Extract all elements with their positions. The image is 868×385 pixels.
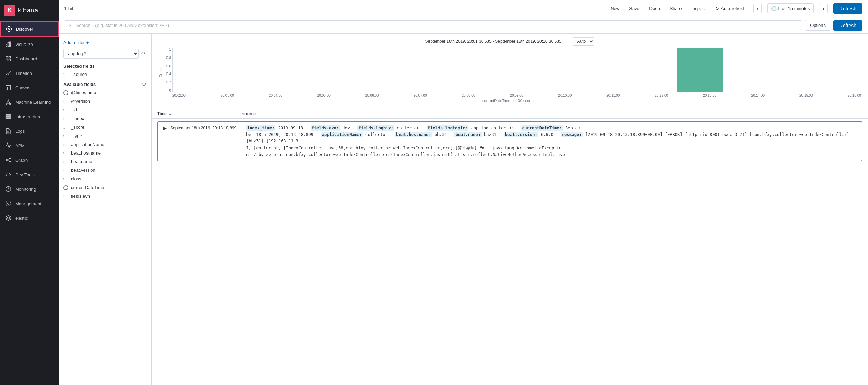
field-type-t-index: t	[63, 117, 68, 121]
topbar-actions: New Save Open Share Inspect ↻ Auto-refre…	[608, 3, 862, 14]
chart-interval-select[interactable]: Auto	[573, 37, 594, 46]
field-item-version[interactable]: t @version	[59, 97, 151, 106]
nav-next-button[interactable]: ›	[819, 4, 828, 13]
options-button[interactable]: Options	[805, 20, 830, 31]
field-name-source: _source	[71, 72, 87, 77]
search-refresh-button[interactable]: Refresh	[833, 20, 862, 31]
chart-bars	[172, 48, 861, 92]
chart-x-label-9: 20:11:00	[606, 93, 620, 97]
open-button[interactable]: Open	[647, 4, 662, 12]
sidebar-item-ml[interactable]: Machine Learning	[0, 95, 59, 109]
field-item-beat-version[interactable]: t beat.version	[59, 166, 151, 175]
field-item-class[interactable]: t class	[59, 175, 151, 183]
search-bar: >_ Options Refresh	[59, 17, 868, 34]
index-pattern-refresh-icon[interactable]: ⟳	[141, 50, 147, 58]
table-row[interactable]: ▶ September 18th 2019, 20:13:18.899 inde…	[157, 121, 862, 161]
table-header-time[interactable]: Time ▲	[157, 111, 236, 116]
sidebar-item-graph-label: Graph	[15, 158, 28, 163]
chart-x-label-4: 20:06:00	[365, 93, 379, 97]
chart-y-label-0: 0	[169, 89, 171, 92]
field-name-beat-hostname: beat.hostname	[71, 150, 101, 156]
svg-line-14	[8, 101, 10, 103]
sidebar-item-devtools[interactable]: Dev Tools	[0, 167, 59, 182]
chart-x-label-5: 20:07:00	[414, 93, 427, 97]
sidebar-item-management[interactable]: Management	[0, 196, 59, 211]
svg-rect-6	[9, 56, 11, 58]
gear-icon[interactable]: ⚙	[142, 81, 147, 87]
sidebar-item-timelion-label: Timelion	[15, 71, 32, 76]
logo: K kibana	[0, 0, 59, 21]
expand-arrow-icon[interactable]: ▶	[163, 125, 167, 131]
sort-arrow-icon: ▲	[168, 112, 172, 116]
bar-chart-icon	[5, 41, 12, 48]
svg-rect-3	[8, 43, 9, 47]
new-button[interactable]: New	[608, 4, 622, 12]
svg-point-21	[6, 160, 7, 161]
sidebar-item-dashboard[interactable]: Dashboard	[0, 51, 59, 66]
chart-x-label-12: 20:14:00	[751, 93, 765, 97]
field-name-type: _type	[71, 133, 82, 138]
svg-line-24	[7, 159, 10, 160]
sidebar-item-discover[interactable]: Discover	[0, 21, 59, 37]
field-item-beat-name[interactable]: t beat.name	[59, 157, 151, 166]
refresh-button[interactable]: Refresh	[833, 3, 862, 14]
save-button[interactable]: Save	[627, 4, 642, 12]
field-type-t-beathostname: t	[63, 151, 68, 155]
auto-refresh-button[interactable]: ↻ Auto-refresh	[713, 4, 748, 12]
field-item-source[interactable]: ? _source	[59, 70, 151, 79]
sidebar-item-elastic[interactable]: elastic	[0, 211, 59, 225]
sidebar-item-monitoring[interactable]: Monitoring	[0, 182, 59, 196]
field-key-fieldsevn: fields.evn:	[311, 125, 340, 131]
svg-line-25	[7, 160, 10, 162]
field-key-fieldslogtopic: fields.logtopic:	[427, 125, 469, 131]
grid-icon	[5, 55, 12, 62]
sidebar-item-logs[interactable]: Logs	[0, 124, 59, 138]
chart-y-label-1: 1	[169, 48, 171, 51]
field-item-currentdatetime[interactable]: currentDateTime	[59, 183, 151, 192]
add-filter-button[interactable]: Add a filter +	[59, 37, 151, 47]
sidebar-item-timelion[interactable]: Timelion	[0, 66, 59, 80]
field-item-type[interactable]: t _type	[59, 131, 151, 140]
chart-header: September 18th 2019, 20:01:36.535 - Sept…	[159, 37, 861, 46]
sidebar-item-apm[interactable]: APM	[0, 138, 59, 153]
sidebar-item-visualize[interactable]: Visualize	[0, 37, 59, 51]
selected-fields-title: Selected fields	[59, 61, 151, 70]
field-item-score[interactable]: # _score	[59, 123, 151, 131]
field-item-beat-hostname[interactable]: t beat.hostname	[59, 149, 151, 157]
inspect-button[interactable]: Inspect	[689, 4, 708, 12]
monitoring-icon	[5, 186, 12, 192]
svg-rect-17	[6, 116, 11, 118]
chart-bar-11	[677, 48, 723, 92]
time-range-button[interactable]: 🕐 Last 15 minutes	[767, 3, 814, 13]
nav-prev-button[interactable]: ‹	[753, 4, 762, 13]
field-item-id[interactable]: t _id	[59, 106, 151, 114]
svg-point-0	[7, 27, 12, 32]
share-button[interactable]: Share	[668, 4, 684, 12]
index-pattern-select[interactable]: app-log-*	[63, 49, 139, 59]
search-input-wrapper: >_	[64, 20, 802, 30]
search-input[interactable]	[76, 23, 798, 28]
chart-y-label-04: 0.4	[166, 72, 171, 76]
field-name-beat-version: beat.version	[71, 168, 95, 173]
field-key-beatname: beat.name:	[454, 132, 481, 137]
field-item-index[interactable]: t _index	[59, 114, 151, 123]
sidebar-item-infrastructure-label: Infrastructure	[15, 114, 42, 119]
index-pattern-row: app-log-* ⟳	[59, 47, 151, 61]
sidebar-item-ml-label: Machine Learning	[15, 100, 51, 105]
graph-icon	[5, 157, 12, 164]
chart-area: September 18th 2019, 20:01:36.535 - Sept…	[152, 34, 868, 106]
field-key-beathostname: beat.hostname:	[395, 132, 432, 137]
chart-subtitle: currentDateTime per 30 seconds	[159, 97, 861, 106]
sidebar-item-canvas[interactable]: Canvas	[0, 80, 59, 95]
sidebar: K kibana Discover Visualize Dashboard Ti…	[0, 0, 59, 385]
field-item-applicationname[interactable]: t applicationName	[59, 140, 151, 149]
field-name-version: @version	[71, 99, 90, 104]
field-item-fields-evn[interactable]: t fields.evn	[59, 192, 151, 200]
chart-x-labels: 20:02:0020:03:0020:04:0020:05:0020:06:00…	[172, 92, 861, 97]
logs-icon	[5, 128, 12, 135]
field-item-timestamp[interactable]: @timestamp	[59, 88, 151, 97]
sidebar-item-infrastructure[interactable]: Infrastructure	[0, 109, 59, 124]
svg-rect-5	[6, 56, 8, 58]
field-name-id: _id	[71, 107, 77, 112]
sidebar-item-graph[interactable]: Graph	[0, 153, 59, 167]
